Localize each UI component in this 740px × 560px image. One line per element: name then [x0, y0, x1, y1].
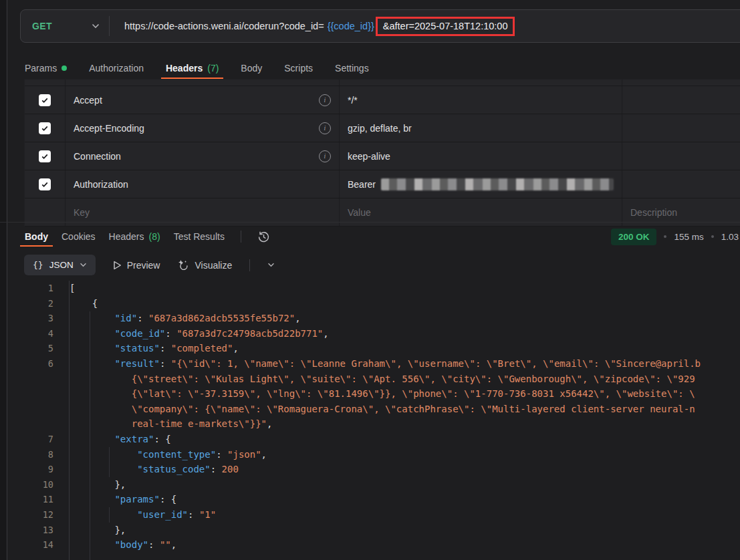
code-line: {\"street\": \"Kulas Light\", \"suite\":… [0, 372, 740, 387]
tab-body[interactable]: Body [241, 57, 262, 79]
header-value: keep-alive [348, 151, 390, 162]
tab-settings[interactable]: Settings [335, 57, 369, 79]
code-line: 1[ [0, 281, 740, 296]
table-row-accept-encoding: Accept-Encodingi gzip, deflate, br [25, 114, 740, 142]
indent-guide [90, 311, 90, 560]
status-badge[interactable]: 200 OK [611, 229, 657, 245]
code-line: 10 }, [0, 477, 740, 493]
headers-table: Accepti */* Accept-Encodingi gzip, defla… [24, 79, 740, 227]
response-headers-count: (8) [149, 231, 160, 242]
line-number: 8 [0, 447, 53, 462]
line-number [0, 416, 53, 432]
request-tabs: Params Authorization Headers (7) Body Sc… [0, 57, 740, 79]
headers-count: (7) [207, 63, 219, 74]
code-line: 7 "extra": { [0, 432, 740, 447]
info-icon[interactable]: i [319, 150, 331, 162]
url-input[interactable]: https://code-actions.weni.ai/coderun?cod… [110, 17, 740, 36]
header-value: Bearer [348, 179, 376, 190]
header-key: Accept-Encoding [74, 123, 319, 134]
play-icon [113, 261, 122, 270]
header-value: gzip, deflate, br [348, 123, 412, 134]
header-key: Accept [74, 95, 319, 106]
response-size[interactable]: 1.03 [721, 232, 739, 242]
indent-guide [109, 507, 110, 523]
response-body-toolbar: {} JSON Preview Visualize [24, 255, 275, 275]
chevron-down-icon [92, 23, 100, 29]
tabs-divider [241, 231, 241, 243]
line-number: 13 [0, 523, 53, 538]
line-number: 11 [0, 492, 53, 507]
line-number: 6 [0, 356, 53, 372]
line-number: 9 [0, 462, 53, 477]
line-number: 14 [0, 537, 53, 553]
header-value: */* [348, 95, 358, 106]
row-checkbox[interactable] [39, 150, 51, 162]
code-line: 12 "user_id": "1" [0, 507, 740, 523]
code-line: 3 "id": "687a3d862adcb5535fe55b72", [0, 311, 740, 326]
table-row-connection: Connectioni keep-alive [25, 142, 740, 170]
line-number: 10 [0, 477, 53, 493]
meta-separator-dot [664, 235, 666, 238]
code-line: 14 "body": "", [0, 537, 740, 553]
preview-button[interactable]: Preview [113, 260, 160, 271]
line-number: 12 [0, 507, 53, 523]
gutter-divider [69, 281, 70, 560]
table-row-partial [25, 80, 740, 86]
tab-response-headers[interactable]: Headers (8) [109, 225, 160, 249]
value-placeholder: Value [348, 207, 371, 218]
code-line: 11 "params": { [0, 492, 740, 507]
tab-scripts[interactable]: Scripts [284, 57, 313, 79]
params-indicator-dot [61, 65, 67, 71]
code-line: \"company\": {\"name\": \"Romaguera-Cron… [0, 402, 740, 417]
line-number: 1 [0, 281, 53, 296]
chevron-down-icon [80, 263, 87, 267]
code-line: 13 }, [0, 523, 740, 538]
tab-response-body[interactable]: Body [25, 225, 48, 249]
format-label: JSON [49, 260, 74, 270]
row-checkbox[interactable] [39, 178, 51, 190]
url-highlight-box: &after=2025-07-18T12:10:00 [376, 17, 515, 36]
response-tabs: Body Cookies Headers (8) Test Results 20… [0, 225, 740, 249]
request-url-bar: GET https://code-actions.weni.ai/coderun… [20, 9, 740, 43]
row-checkbox[interactable] [39, 122, 51, 134]
tab-authorization[interactable]: Authorization [89, 57, 144, 79]
tab-params[interactable]: Params [25, 57, 67, 79]
response-time[interactable]: 155 ms [674, 232, 703, 242]
code-line: 6 "result": "{\"id\": 1, \"name\": \"Lea… [0, 356, 740, 372]
tab-test-results[interactable]: Test Results [174, 225, 225, 249]
tab-response-cookies[interactable]: Cookies [61, 225, 96, 249]
masked-token [381, 178, 614, 190]
key-placeholder: Key [74, 207, 90, 218]
code-line: 4 "code_id": "687a3d7c24798acb5d22b771", [0, 326, 740, 341]
tab-headers[interactable]: Headers (7) [166, 57, 219, 79]
line-number: 7 [0, 432, 53, 447]
header-key: Connection [74, 151, 319, 162]
meta-separator-dot [711, 235, 714, 238]
visualize-icon [177, 259, 189, 271]
line-number: 2 [0, 296, 53, 311]
line-number [0, 402, 53, 417]
response-meta: 200 OK 155 ms 1.03 [611, 225, 740, 249]
api-client-window: GET https://code-actions.weni.ai/coderun… [0, 0, 740, 560]
info-icon[interactable]: i [319, 94, 331, 106]
method-label: GET [32, 21, 52, 31]
line-number: 4 [0, 326, 53, 341]
code-line: {\"lat\": \"-37.3159\", \"lng\": \"81.14… [0, 386, 740, 402]
toolbar-divider [249, 259, 250, 271]
visualize-button[interactable]: Visualize [177, 259, 232, 271]
history-icon[interactable] [257, 231, 270, 243]
url-variable: {{code_id}} [328, 21, 374, 31]
url-base-text: https://code-actions.weni.ai/coderun?cod… [124, 21, 324, 31]
method-select[interactable]: GET [21, 10, 109, 42]
url-query-after: &after=2025-07-18T12:10:00 [383, 21, 508, 31]
format-select[interactable]: {} JSON [24, 255, 96, 275]
info-icon[interactable]: i [319, 122, 331, 134]
line-number: 3 [0, 311, 53, 326]
row-checkbox[interactable] [39, 94, 51, 106]
code-line: real-time e-markets\"}}", [0, 416, 740, 432]
chevron-down-icon[interactable] [267, 263, 275, 267]
line-number [0, 386, 53, 402]
code-line: 8 "content_type": "json", [0, 447, 740, 462]
code-line: 2 { [0, 296, 740, 311]
table-row-accept: Accepti */* [25, 86, 740, 114]
